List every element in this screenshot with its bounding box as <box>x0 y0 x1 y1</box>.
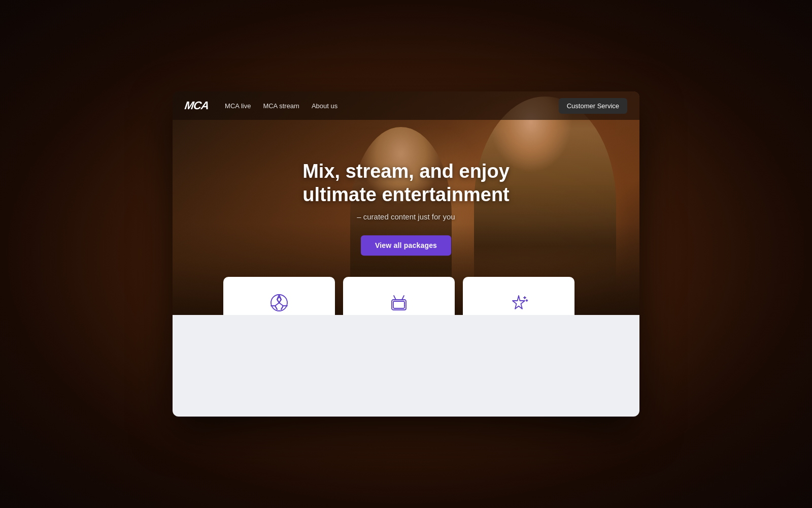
feature-cards-row: Top-quality sportsexperiences <box>223 277 589 315</box>
nav-links: MCA live MCA stream About us <box>225 101 559 110</box>
hero-section: MCA MCA live MCA stream About us Custome… <box>173 91 639 315</box>
nav-about-us[interactable]: About us <box>312 102 337 110</box>
feature-card-sports: Top-quality sportsexperiences <box>223 277 335 315</box>
hero-title: Mix, stream, and enjoyultimate entertain… <box>274 160 538 206</box>
sparkle-star-icon <box>507 292 530 314</box>
brand-logo[interactable]: MCA <box>185 99 209 112</box>
svg-rect-7 <box>393 301 404 308</box>
svg-point-12 <box>404 305 405 306</box>
nav-mca-stream[interactable]: MCA stream <box>263 102 299 110</box>
feature-card-tv: Real-Time TV withUnmatched Picture Quali… <box>343 277 455 315</box>
navbar: MCA MCA live MCA stream About us Custome… <box>173 91 639 120</box>
customer-service-button[interactable]: Customer Service <box>559 98 627 114</box>
view-packages-button[interactable]: View all packages <box>361 236 451 256</box>
nav-mca-live[interactable]: MCA live <box>225 102 251 110</box>
svg-line-9 <box>402 296 404 300</box>
browser-window: MCA MCA live MCA stream About us Custome… <box>173 91 639 417</box>
svg-point-11 <box>404 303 405 304</box>
lower-section <box>173 315 639 417</box>
hero-subtitle: – curated content just for you <box>274 213 538 221</box>
svg-line-8 <box>394 296 396 300</box>
svg-line-2 <box>275 303 279 306</box>
retro-tv-icon <box>388 292 410 314</box>
svg-line-3 <box>279 303 283 306</box>
hero-content: Mix, stream, and enjoyultimate entertain… <box>274 160 538 256</box>
feature-card-movies: The Latest in Moviesand Series <box>463 277 574 315</box>
soccer-ball-icon <box>268 292 290 314</box>
